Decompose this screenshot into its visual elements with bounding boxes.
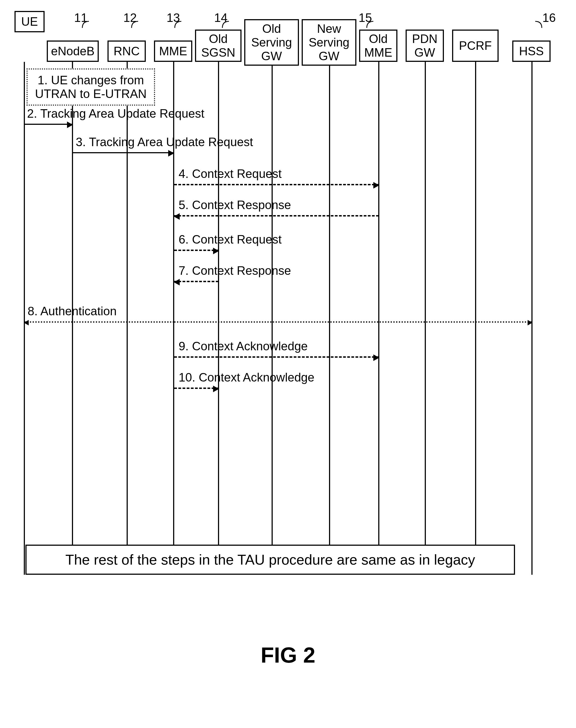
msg5-label: 5. Context Response [179,198,291,212]
node-old-sgsn-label: Old SGSN [201,32,235,59]
node-old-sgsn: Old SGSN [195,30,241,62]
msg3-label: 3. Tracking Area Update Request [76,135,253,149]
node-old-mme-label: Old MME [364,32,393,59]
footer-box: The rest of the steps in the TAU procedu… [25,545,515,575]
lifeline-ue [24,62,25,575]
ref-curve [366,21,374,28]
lifeline-pcrf [475,62,476,575]
node-new-serving-gw: New Serving GW [302,19,356,66]
msg8-label: 8. Authentication [28,304,116,318]
ref-curve [535,21,543,28]
node-ue-label: UE [21,15,38,28]
node-old-serving-gw-label: Old Serving GW [251,22,292,63]
node-old-mme: Old MME [359,30,397,62]
msg7-label: 7. Context Response [179,264,291,277]
msg5-arrow [174,215,379,216]
lifeline-pdn-gw [425,62,426,575]
msg3-arrow [73,152,174,153]
lifeline-hss [531,62,532,575]
node-enodeb-label: eNodeB [51,44,94,58]
msg8-arrow-right [174,321,532,323]
msg8-arrow-left [24,321,174,323]
node-pcrf: PCRF [452,30,498,62]
figure-caption: FIG 2 [261,643,315,668]
lifeline-old-sgw [271,66,273,575]
annotation-step1: 1. UE changes from UTRAN to E-UTRAN [27,69,155,106]
ref-curve [174,21,182,28]
msg6-label: 6. Context Request [179,233,282,246]
lifeline-old-mme [378,62,379,575]
msg4-arrow [174,184,379,185]
node-mme: MME [154,41,192,62]
msg2-arrow [24,124,73,125]
node-pcrf-label: PCRF [459,39,492,53]
msg6-arrow [174,250,219,251]
node-new-serving-gw-label: New Serving GW [309,22,349,63]
msg4-label: 4. Context Request [179,167,282,181]
annotation-step1-text: 1. UE changes from UTRAN to E-UTRAN [35,73,147,101]
node-mme-label: MME [159,44,188,58]
ref-curve [82,21,90,28]
lifeline-enodeb [72,62,73,575]
ref-curve [131,21,139,28]
node-rnc: RNC [108,41,146,62]
node-rnc-label: RNC [114,44,140,58]
ref-hss: 16 [542,11,556,25]
msg10-arrow [174,387,219,389]
msg9-arrow [174,356,379,358]
ref-curve [222,21,230,28]
node-old-serving-gw: Old Serving GW [244,19,299,66]
node-enodeb: eNodeB [47,41,99,62]
msg9-label: 9. Context Acknowledge [179,340,308,353]
sequence-diagram: 10 11 12 13 14 15 16 UE eNodeB RNC MME O… [15,11,561,668]
node-hss: HSS [512,41,551,62]
node-pdn-gw-label: PDN GW [412,32,438,59]
msg2-label: 2. Tracking Area Update Request [27,107,204,120]
lifeline-new-sgw [329,66,330,575]
msg7-arrow [174,281,219,282]
footer-text: The rest of the steps in the TAU procedu… [65,551,475,568]
msg10-label: 10. Context Acknowledge [179,371,315,384]
node-hss-label: HSS [519,44,544,58]
node-ue: UE [15,11,45,32]
node-pdn-gw: PDN GW [406,30,444,62]
